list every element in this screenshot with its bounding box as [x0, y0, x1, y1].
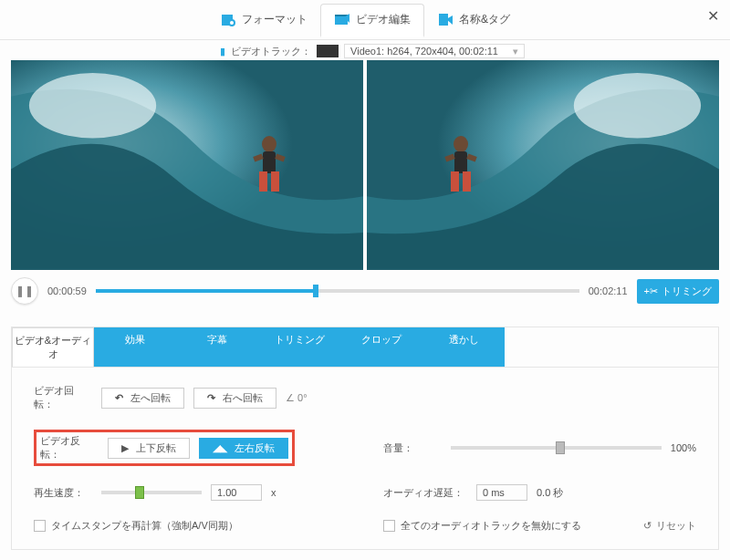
speed-slider[interactable] [101, 491, 202, 494]
timeline: ❚❚ 00:00:59 00:02:11 +✂トリミング [0, 270, 730, 310]
ptab-subtitle[interactable]: 字幕 [176, 327, 258, 367]
svg-rect-13 [275, 153, 285, 161]
svg-rect-9 [263, 151, 276, 173]
time-total: 00:02:11 [589, 285, 628, 296]
rotate-row: ビデオ回転： ↶左へ回転 ↷右へ回転 ∠ 0° [34, 384, 347, 411]
top-tab-bar: フォーマット ビデオ編集 名称&タグ ✕ [0, 0, 730, 40]
svg-point-16 [454, 136, 468, 152]
recalc-row: タイムスタンプを再計算（強制A/V同期） [34, 519, 347, 533]
svg-rect-4 [335, 15, 348, 16]
ptab-watermark[interactable]: 透かし [422, 327, 505, 367]
seek-bar[interactable] [96, 289, 579, 293]
format-icon [220, 12, 236, 28]
speed-unit: x [271, 487, 276, 498]
ptab-trim[interactable]: トリミング [258, 327, 340, 367]
delay-label: オーディオ遅延： [383, 486, 467, 500]
track-row: ▮ ビデオトラック： Video1: h264, 720x404, 00:02:… [0, 40, 730, 60]
flip-row: ビデオ反転： ▶上下反転 ◢◣左右反転 [34, 430, 295, 466]
disable-audio-checkbox[interactable] [383, 520, 395, 532]
rotate-angle: ∠ 0° [286, 392, 308, 404]
ptab-crop[interactable]: クロップ [340, 327, 422, 367]
svg-rect-11 [271, 171, 279, 192]
svg-rect-12 [253, 153, 263, 161]
speed-label: 再生速度： [34, 486, 92, 500]
volume-value: 100% [671, 442, 696, 453]
trim-button[interactable]: +✂トリミング [637, 279, 719, 304]
track-marker-icon: ▮ [220, 46, 225, 57]
reset-icon: ↺ [643, 520, 652, 532]
volume-label: 音量： [383, 441, 442, 455]
svg-rect-18 [463, 171, 471, 192]
speed-input[interactable]: 1.00 [211, 484, 262, 501]
reset-button[interactable]: ↺リセット [643, 519, 696, 533]
flip-v-icon: ▶ [121, 442, 129, 454]
recalc-label: タイムスタンプを再計算（強制A/V同期） [51, 519, 238, 533]
edit-icon [334, 12, 350, 28]
track-label: ビデオトラック： [231, 45, 311, 58]
tab-format[interactable]: フォーマット [207, 5, 320, 36]
tab-edit[interactable]: ビデオ編集 [320, 4, 424, 37]
settings-panel: ビデオ&オーディオ 効果 字幕 トリミング クロップ 透かし ビデオ回転： ↶左… [11, 327, 719, 550]
undo-icon: ↶ [115, 392, 123, 404]
video-compare: ▷ 元ビデオ プレビュー 🔍 [0, 60, 730, 270]
redo-icon: ↷ [207, 392, 215, 404]
svg-point-2 [230, 21, 234, 25]
svg-rect-5 [439, 14, 448, 26]
delay-row: オーディオ遅延： 0 ms 0.0 秒 [383, 484, 696, 501]
delay-alt: 0.0 秒 [537, 486, 563, 500]
footer: キャンセル 完了 [0, 550, 730, 560]
tab-format-label: フォーマット [242, 12, 308, 27]
tab-meta[interactable]: 名称&タグ [424, 5, 523, 36]
volume-slider[interactable] [451, 446, 662, 450]
source-video: ▷ 元ビデオ [11, 60, 363, 270]
close-icon[interactable]: ✕ [707, 7, 719, 25]
scissors-icon: +✂ [644, 285, 658, 297]
delay-input[interactable]: 0 ms [476, 484, 527, 501]
flip-horizontal-button[interactable]: ◢◣左右反転 [199, 438, 288, 459]
svg-rect-10 [259, 171, 267, 192]
svg-rect-17 [454, 151, 467, 173]
disable-audio-label: 全てのオーディオトラックを無効にする [401, 519, 581, 533]
tag-icon [437, 12, 454, 28]
svg-point-7 [29, 73, 156, 139]
tab-edit-label: ビデオ編集 [356, 12, 411, 27]
svg-rect-20 [466, 153, 476, 161]
svg-rect-19 [451, 171, 459, 192]
preview-video: プレビュー 🔍 [367, 60, 719, 270]
disable-audio-row: 全てのオーディオトラックを無効にする [383, 519, 581, 533]
tab-meta-label: 名称&タグ [459, 12, 510, 27]
flip-label: ビデオ反転： [40, 434, 99, 461]
rotate-left-button[interactable]: ↶左へ回転 [101, 388, 184, 409]
recalc-checkbox[interactable] [34, 520, 46, 532]
rotate-right-button[interactable]: ↷右へ回転 [193, 388, 276, 409]
track-select[interactable]: Video1: h264, 720x404, 00:02:11▾ [344, 44, 525, 58]
pause-button[interactable]: ❚❚ [11, 277, 38, 305]
flip-h-icon: ◢◣ [213, 442, 227, 454]
svg-point-15 [574, 73, 701, 139]
svg-rect-21 [444, 153, 454, 161]
ptab-effect[interactable]: 効果 [94, 327, 176, 367]
track-thumb [317, 45, 339, 57]
svg-point-8 [262, 136, 276, 152]
rotate-label: ビデオ回転： [34, 384, 92, 411]
flip-vertical-button[interactable]: ▶上下反転 [108, 438, 190, 459]
time-current: 00:00:59 [47, 285, 87, 296]
panel-tabs: ビデオ&オーディオ 効果 字幕 トリミング クロップ 透かし [12, 327, 718, 368]
volume-row: 音量： 100% [383, 430, 696, 466]
ptab-video-audio[interactable]: ビデオ&オーディオ [12, 327, 94, 367]
speed-row: 再生速度： 1.00 x [34, 484, 347, 501]
